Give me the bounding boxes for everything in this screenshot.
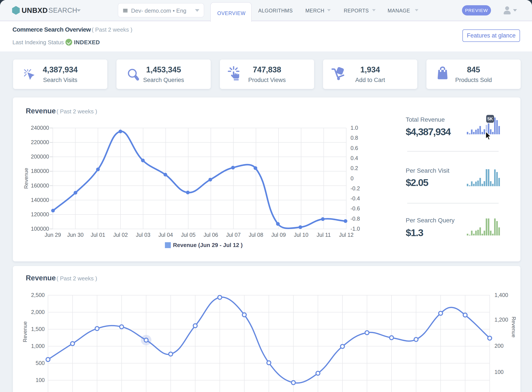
- svg-text:5K: 5K: [487, 117, 493, 121]
- svg-text:Revenue (Jun 29 - Jul 12 ): Revenue (Jun 29 - Jul 12 ): [173, 242, 243, 248]
- svg-text:Jul 10: Jul 10: [294, 232, 308, 238]
- svg-text:220000: 220000: [31, 139, 49, 145]
- svg-text:200000: 200000: [31, 154, 49, 160]
- svg-text:2,500: 2,500: [31, 292, 45, 298]
- svg-text:-0.2: -0.2: [351, 185, 360, 191]
- svg-text:-0.8: -0.8: [351, 216, 360, 222]
- svg-text:200: 200: [494, 343, 504, 349]
- svg-text:100000: 100000: [31, 226, 49, 232]
- svg-text:-1.0: -1.0: [351, 226, 360, 232]
- svg-text:100: 100: [494, 369, 504, 375]
- svg-text:2,000: 2,000: [31, 309, 45, 315]
- svg-text:160000: 160000: [31, 182, 49, 189]
- svg-text:1.0: 1.0: [351, 125, 358, 131]
- svg-text:Jul 01: Jul 01: [91, 232, 105, 238]
- svg-text:140000: 140000: [31, 197, 49, 203]
- svg-text:1,200: 1,200: [494, 317, 508, 323]
- svg-text:1,000: 1,000: [31, 343, 45, 349]
- svg-text:Jul 09: Jul 09: [271, 232, 286, 238]
- svg-text:Jul 03: Jul 03: [136, 232, 151, 238]
- svg-text:Revenue: Revenue: [511, 317, 517, 337]
- svg-text:Jul 11: Jul 11: [317, 232, 331, 238]
- svg-text:0.2: 0.2: [351, 165, 358, 171]
- svg-text:Jul 07: Jul 07: [226, 232, 241, 238]
- svg-text:0: 0: [351, 175, 353, 181]
- svg-text:Jul 02: Jul 02: [113, 232, 128, 238]
- svg-text:Revenue: Revenue: [23, 168, 29, 189]
- svg-text:Jul 08: Jul 08: [249, 232, 263, 238]
- svg-text:Jun 29: Jun 29: [44, 232, 61, 238]
- svg-text:120000: 120000: [31, 211, 49, 217]
- svg-text:240000: 240000: [31, 125, 49, 131]
- svg-text:-0.4: -0.4: [351, 195, 360, 201]
- svg-text:Revenue: Revenue: [22, 321, 28, 342]
- svg-text:0.4: 0.4: [351, 155, 358, 161]
- svg-text:100: 100: [36, 377, 45, 383]
- svg-text:0.6: 0.6: [351, 145, 358, 151]
- svg-text:Jul 05: Jul 05: [181, 232, 196, 238]
- svg-text:Jun 30: Jun 30: [67, 232, 84, 238]
- svg-text:180000: 180000: [31, 168, 49, 174]
- svg-text:500: 500: [36, 360, 45, 366]
- svg-text:1,500: 1,500: [31, 326, 45, 332]
- svg-text:Jul 04: Jul 04: [158, 232, 173, 238]
- svg-text:Jul 06: Jul 06: [203, 232, 218, 238]
- svg-text:1,400: 1,400: [494, 292, 508, 298]
- svg-text:0.8: 0.8: [351, 135, 358, 141]
- svg-text:Jul 12: Jul 12: [339, 232, 353, 238]
- svg-text:-0.6: -0.6: [351, 205, 360, 211]
